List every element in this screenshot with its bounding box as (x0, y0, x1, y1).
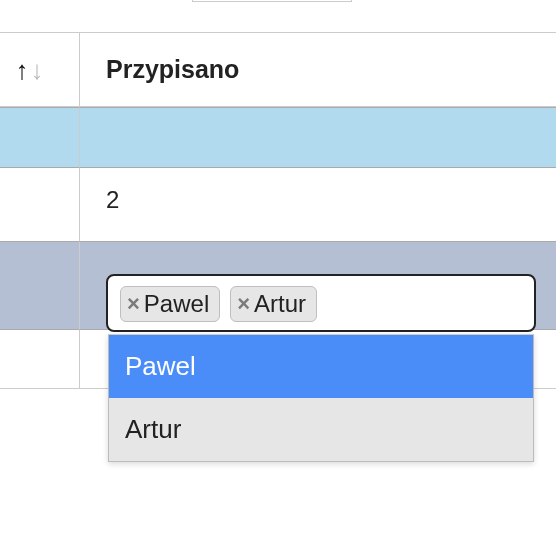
table-cell (0, 329, 80, 389)
table-cell (0, 167, 80, 241)
dropdown-option-label: Pawel (125, 351, 196, 381)
selected-tag[interactable]: × Pawel (120, 286, 220, 322)
column-header-label: Przypisano (106, 55, 239, 83)
table-cell (0, 107, 80, 167)
dropdown-option[interactable]: Pawel (109, 335, 533, 398)
dropdown-option-label: Artur (125, 414, 181, 444)
dropdown-option[interactable]: Artur (109, 398, 533, 461)
tag-label: Pawel (144, 291, 209, 317)
sort-column-header[interactable]: ↑↓ (0, 32, 80, 107)
tag-label: Artur (254, 291, 306, 317)
selected-tag[interactable]: × Artur (230, 286, 317, 322)
table-cell-value: 2 (80, 167, 556, 241)
tag-multiselect-input[interactable]: × Pawel × Artur (106, 274, 536, 332)
partial-element (192, 0, 352, 2)
remove-tag-icon[interactable]: × (237, 292, 252, 316)
cell-text: 2 (106, 186, 119, 213)
table-cell (80, 107, 556, 167)
table-cell (0, 241, 80, 329)
sort-icon: ↑↓ (16, 57, 44, 83)
remove-tag-icon[interactable]: × (127, 292, 142, 316)
column-header-assigned[interactable]: Przypisano (80, 32, 556, 107)
table-header-row: ↑↓ Przypisano (0, 32, 556, 107)
multiselect-dropdown: Pawel Artur (108, 334, 534, 462)
table-row[interactable] (0, 107, 556, 167)
table-row[interactable]: 2 (0, 167, 556, 241)
